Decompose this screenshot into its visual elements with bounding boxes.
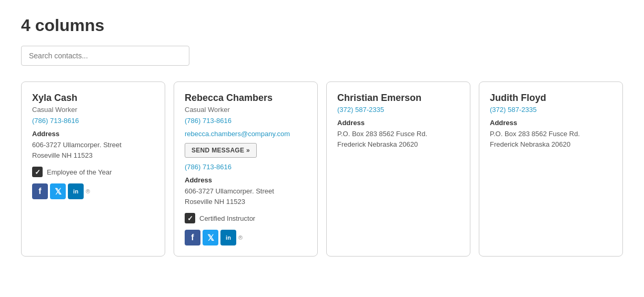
- card-address-text: 606-3727 Ullamcorper. StreetRoseville NH…: [185, 186, 307, 207]
- social-suffix: ®: [86, 188, 90, 194]
- page-title: 4 columns: [21, 16, 623, 35]
- badge-checkbox: [185, 213, 195, 223]
- card-address-label: Address: [490, 119, 612, 127]
- card-phone[interactable]: (786) 713-8616: [32, 117, 154, 125]
- page-container: 4 columns Xyla CashCasual Worker(786) 71…: [0, 0, 644, 297]
- cards-grid: Xyla CashCasual Worker(786) 713-8616Addr…: [21, 81, 623, 257]
- social-suffix: ®: [238, 234, 243, 241]
- search-input[interactable]: [21, 46, 189, 66]
- badge-label: Certified Instructor: [199, 214, 255, 222]
- card-role: Casual Worker: [32, 106, 154, 114]
- card-address-text: P.O. Box 283 8562 Fusce Rd.Frederick Neb…: [337, 129, 459, 149]
- send-message-button[interactable]: SEND MESSAGE »: [185, 143, 257, 158]
- twitter-icon[interactable]: 𝕏: [203, 230, 218, 245]
- card-role: Casual Worker: [185, 106, 307, 114]
- card-phone-2[interactable]: (786) 713-8616: [185, 163, 307, 171]
- card-badge-row: Certified Instructor: [185, 213, 307, 223]
- card-address-label: Address: [185, 176, 307, 184]
- card-name: Christian Emerson: [337, 93, 459, 104]
- contact-card-3: Christian Emerson(372) 587-2335AddressP.…: [326, 81, 470, 257]
- card-name: Rebecca Chambers: [185, 93, 307, 104]
- facebook-icon[interactable]: f: [32, 183, 48, 199]
- card-phone[interactable]: (786) 713-8616: [185, 117, 307, 125]
- social-icons: f 𝕏 in ®: [185, 230, 307, 245]
- card-phone[interactable]: (372) 587-2335: [490, 106, 612, 114]
- contact-card-2: Rebecca ChambersCasual Worker(786) 713-8…: [174, 81, 318, 257]
- badge-checkbox: [32, 167, 43, 177]
- social-icons: f 𝕏 in ®: [32, 183, 154, 199]
- facebook-icon[interactable]: f: [185, 230, 200, 245]
- search-container: [21, 46, 623, 66]
- card-name: Xyla Cash: [32, 93, 154, 104]
- contact-card-1: Xyla CashCasual Worker(786) 713-8616Addr…: [21, 81, 165, 257]
- linkedin-icon[interactable]: in: [220, 230, 236, 245]
- card-address-text: P.O. Box 283 8562 Fusce Rd.Frederick Neb…: [490, 129, 612, 149]
- card-phone[interactable]: (372) 587-2335: [337, 106, 459, 114]
- card-name: Judith Floyd: [490, 93, 612, 104]
- card-address-label: Address: [32, 130, 154, 138]
- twitter-icon[interactable]: 𝕏: [50, 183, 66, 199]
- card-address-text: 606-3727 Ullamcorper. StreetRoseville NH…: [32, 140, 154, 160]
- card-address-label: Address: [337, 119, 459, 127]
- contact-card-4: Judith Floyd(372) 587-2335AddressP.O. Bo…: [479, 81, 623, 257]
- card-email[interactable]: rebecca.chambers@company.com: [185, 130, 307, 138]
- badge-label: Employee of the Year: [47, 168, 112, 176]
- card-badge-row: Employee of the Year: [32, 167, 154, 177]
- linkedin-icon[interactable]: in: [68, 183, 84, 199]
